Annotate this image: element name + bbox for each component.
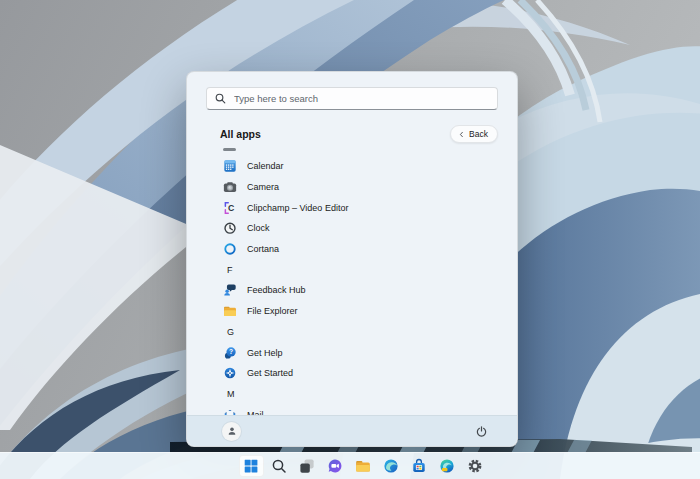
app-label: Feedback Hub [247, 285, 306, 295]
app-item-mail[interactable]: Mail [223, 404, 517, 415]
section-header-m: M [223, 384, 517, 405]
section-letter: G [227, 327, 234, 337]
app-label: File Explorer [247, 306, 298, 316]
taskbar [0, 452, 700, 479]
search-input[interactable] [206, 87, 498, 110]
app-item-get-help[interactable]: Get Help [223, 342, 517, 363]
section-header-f: F [223, 259, 517, 280]
section-letter: M [227, 389, 235, 399]
clipchamp-icon [223, 201, 237, 215]
back-label: Back [469, 129, 488, 139]
taskbar-icons [239, 455, 488, 477]
app-item-clipchamp[interactable]: Clipchamp – Video Editor [223, 197, 517, 218]
edge-beta-icon [439, 458, 455, 474]
app-label: Get Started [247, 368, 293, 378]
clock-icon [223, 221, 237, 235]
get-help-icon [223, 346, 237, 360]
power-button[interactable] [472, 422, 490, 440]
back-button[interactable]: Back [450, 125, 498, 143]
power-icon [475, 425, 488, 438]
user-avatar-icon [226, 425, 238, 437]
app-item-clock[interactable]: Clock [223, 218, 517, 239]
cortana-icon [223, 242, 237, 256]
app-label: Camera [247, 182, 279, 192]
section-header-g: G [223, 322, 517, 343]
app-item-get-started[interactable]: Get Started [223, 363, 517, 384]
start-menu-footer [187, 415, 517, 446]
search-box [206, 87, 498, 110]
app-label: Clock [247, 223, 270, 233]
user-account-button[interactable] [222, 422, 241, 441]
app-item-file-explorer[interactable]: File Explorer [223, 301, 517, 322]
calendar-icon [223, 159, 237, 173]
taskbar-search-button[interactable] [267, 455, 292, 477]
windows-icon [243, 458, 259, 474]
app-item-cortana[interactable]: Cortana [223, 239, 517, 260]
taskbar-start-button[interactable] [239, 455, 264, 477]
chevron-left-icon [458, 131, 465, 138]
app-item-calendar[interactable]: Calendar [223, 156, 517, 177]
camera-icon [223, 180, 237, 194]
all-apps-header: All apps Back [220, 125, 498, 143]
feedback-hub-icon [223, 283, 237, 297]
folder-icon [355, 458, 371, 474]
search-icon [271, 458, 287, 474]
get-started-icon [223, 366, 237, 380]
all-apps-title: All apps [220, 128, 261, 140]
app-label: Calendar [247, 161, 284, 171]
mail-icon [223, 408, 237, 415]
taskbar-settings-button[interactable] [463, 455, 488, 477]
task-view-icon [299, 458, 315, 474]
taskbar-store-button[interactable] [407, 455, 432, 477]
app-label: Clipchamp – Video Editor [247, 203, 348, 213]
file-explorer-icon [223, 304, 237, 318]
search-icon [214, 92, 227, 105]
store-icon [411, 458, 427, 474]
scrolled-item-remnant [223, 148, 517, 156]
app-label: Cortana [247, 244, 279, 254]
app-list: Calendar Camera Clipchamp – Video Editor… [223, 148, 517, 415]
taskbar-task-view-button[interactable] [295, 455, 320, 477]
partial-icon [223, 148, 236, 151]
chat-icon [327, 458, 343, 474]
taskbar-edge-beta-button[interactable] [435, 455, 460, 477]
taskbar-file-explorer-button[interactable] [351, 455, 376, 477]
app-label: Get Help [247, 348, 283, 358]
start-menu-panel: All apps Back Calendar Camera Clipchamp … [186, 71, 518, 447]
app-item-camera[interactable]: Camera [223, 177, 517, 198]
taskbar-chat-button[interactable] [323, 455, 348, 477]
edge-icon [383, 458, 399, 474]
taskbar-edge-button[interactable] [379, 455, 404, 477]
app-item-feedback-hub[interactable]: Feedback Hub [223, 280, 517, 301]
section-letter: F [227, 265, 233, 275]
settings-icon [467, 458, 483, 474]
